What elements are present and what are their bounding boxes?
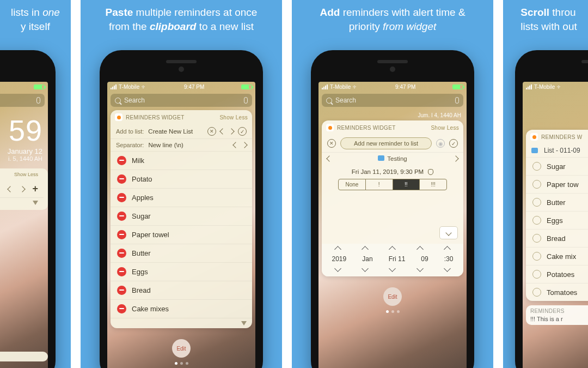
- separator-value[interactable]: New line (\n): [148, 142, 183, 148]
- priority-option[interactable]: !!!: [419, 179, 446, 190]
- list-item[interactable]: Sugar: [526, 157, 588, 175]
- list-title[interactable]: List - 011-09: [544, 147, 580, 154]
- search-field[interactable]: Search: [322, 94, 463, 107]
- datetime-value[interactable]: Fri Jan 11, 2019, 9:30 PM: [352, 168, 424, 175]
- list-prev[interactable]: [219, 128, 225, 134]
- remove-icon[interactable]: [117, 249, 126, 258]
- search-icon: [326, 98, 332, 104]
- day-down[interactable]: [389, 265, 396, 272]
- list-name[interactable]: Testing: [387, 155, 407, 162]
- month-down[interactable]: [362, 265, 369, 272]
- list-item[interactable]: Tomatoes: [526, 283, 588, 301]
- item-label: Eggs: [132, 268, 148, 276]
- remove-icon[interactable]: [117, 267, 126, 276]
- list-item[interactable]: Sugar: [111, 207, 252, 225]
- checkbox-icon[interactable]: [532, 270, 541, 279]
- expand-icon[interactable]: [33, 201, 38, 205]
- checkbox-icon[interactable]: [532, 162, 541, 171]
- edit-button[interactable]: Edit: [172, 339, 191, 358]
- page-dots[interactable]: [318, 310, 467, 318]
- dictate-button[interactable]: ◉: [436, 139, 445, 148]
- list-item[interactable]: Apples: [111, 188, 252, 207]
- priority-option[interactable]: !!: [393, 179, 420, 190]
- checkbox-icon[interactable]: [532, 180, 541, 189]
- list-prev[interactable]: [326, 155, 332, 161]
- item-label: Butter: [132, 249, 151, 257]
- list-item[interactable]: Cake mixes: [111, 299, 252, 318]
- mic-icon[interactable]: [455, 97, 459, 104]
- headline-4: Scroll throulists with out: [503, 0, 588, 45]
- expand-icon[interactable]: [241, 321, 247, 325]
- collapse-button[interactable]: [439, 226, 458, 239]
- mic-icon[interactable]: [244, 97, 248, 104]
- list-item[interactable]: Potatoes: [526, 265, 588, 283]
- confirm-button[interactable]: [449, 139, 458, 148]
- list-prev[interactable]: [8, 186, 14, 192]
- remove-icon[interactable]: [117, 304, 126, 313]
- checkbox-icon[interactable]: [532, 216, 541, 225]
- show-less-link[interactable]: Show Less: [431, 125, 459, 131]
- reminders-widget[interactable]: REMINDERS W List - 011-09 SugarPaper tow…: [526, 130, 588, 301]
- list-item[interactable]: Butter: [526, 193, 588, 211]
- checkbox-icon[interactable]: [532, 288, 541, 297]
- search-field[interactable]: [0, 94, 45, 107]
- wifi-icon: ᯤ: [142, 84, 147, 90]
- show-less-link[interactable]: Show Less: [219, 114, 248, 120]
- clear-list-button[interactable]: [207, 127, 216, 136]
- reminders-widget[interactable]: REMINDERS WIDGET Show Less Add to list: …: [111, 110, 252, 328]
- widget-card[interactable]: Show Less +: [0, 168, 48, 210]
- remove-icon[interactable]: [117, 174, 126, 184]
- priority-segmented[interactable]: None!!!!!!: [338, 179, 447, 190]
- remove-icon[interactable]: [117, 156, 126, 165]
- item-label: Apples: [132, 194, 154, 202]
- bell-icon[interactable]: [428, 169, 433, 175]
- confirm-button[interactable]: [238, 127, 247, 136]
- status-time: 9:47 PM: [395, 84, 415, 90]
- cancel-button[interactable]: [327, 139, 336, 148]
- page-dots[interactable]: [107, 362, 255, 368]
- remove-icon[interactable]: [117, 193, 126, 202]
- remove-icon[interactable]: [117, 230, 126, 239]
- new-reminder-input[interactable]: Add new reminder to list: [340, 137, 432, 149]
- secondary-widget[interactable]: REMINDERS !!! This is a r: [526, 305, 588, 325]
- min-down[interactable]: [444, 265, 451, 272]
- priority-option[interactable]: None: [339, 179, 365, 190]
- list-item[interactable]: Potato: [111, 170, 252, 188]
- checkbox-icon[interactable]: [532, 198, 541, 207]
- item-label: Sugar: [547, 162, 566, 171]
- list-item[interactable]: Milk: [111, 151, 252, 170]
- item-label: Sugar: [132, 212, 151, 220]
- item-label: Potato: [132, 175, 152, 183]
- hour-down[interactable]: [416, 265, 424, 272]
- remove-icon[interactable]: [117, 212, 126, 221]
- list-item[interactable]: Paper towel: [111, 225, 252, 244]
- checkbox-icon[interactable]: [532, 234, 541, 243]
- list-next[interactable]: [20, 186, 26, 192]
- search-placeholder: Search: [335, 96, 356, 104]
- mic-icon[interactable]: [36, 97, 40, 104]
- list-item[interactable]: Eggs: [111, 262, 252, 281]
- list-next[interactable]: [228, 128, 234, 134]
- list-item[interactable]: Cake mix: [526, 247, 588, 265]
- list-item[interactable]: Paper tow: [526, 175, 588, 193]
- list-item[interactable]: Bread: [526, 229, 588, 247]
- list-item[interactable]: Bread: [111, 281, 252, 299]
- addto-value[interactable]: Create New List: [148, 128, 193, 135]
- edit-button[interactable]: Edit: [383, 287, 402, 306]
- sep-next[interactable]: [241, 142, 247, 148]
- status-bar: [0, 82, 48, 92]
- reminders-widget[interactable]: REMINDERS WIDGET Show Less Add new remin…: [322, 120, 463, 276]
- list-item[interactable]: Butter: [111, 244, 252, 262]
- remove-icon[interactable]: [117, 286, 126, 295]
- list-next[interactable]: [452, 155, 458, 161]
- list-item[interactable]: Eggs: [526, 211, 588, 229]
- year-down[interactable]: [334, 265, 341, 272]
- clock-time: 59: [0, 113, 42, 147]
- priority-option[interactable]: !: [365, 179, 393, 190]
- add-button[interactable]: +: [32, 183, 38, 195]
- date-picker[interactable]: 2019 Jan Fri 11 09 :30: [322, 244, 463, 276]
- show-less-link[interactable]: Show Less: [0, 171, 44, 180]
- sep-prev[interactable]: [232, 142, 238, 148]
- search-field[interactable]: Search: [111, 94, 252, 107]
- checkbox-icon[interactable]: [532, 252, 541, 261]
